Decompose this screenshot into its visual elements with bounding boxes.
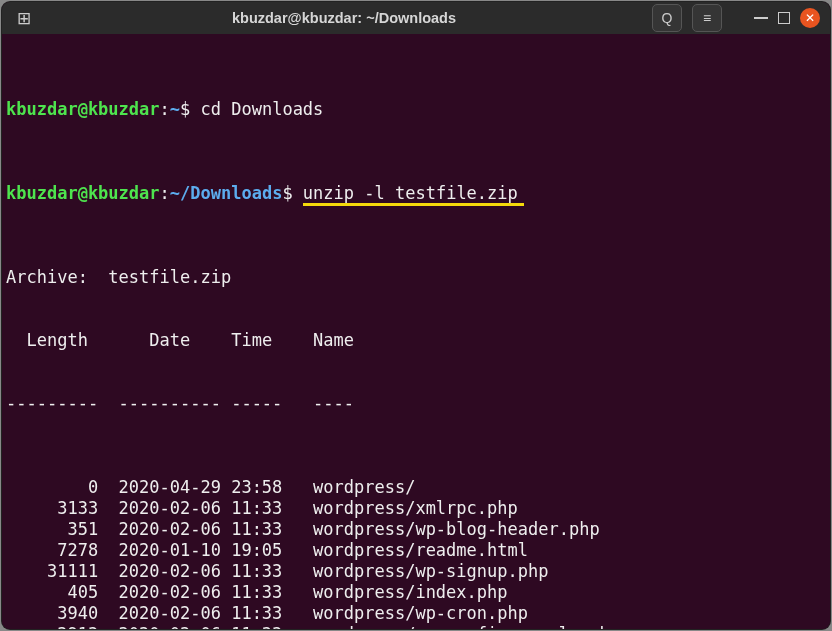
maximize-button[interactable]	[778, 12, 790, 24]
command-text: unzip -l testfile.zip	[303, 183, 518, 204]
close-button[interactable]: ✕	[800, 8, 820, 28]
list-row: 351 2020-02-06 11:33 wordpress/wp-blog-h…	[2, 519, 830, 540]
search-icon: Q	[662, 8, 673, 29]
new-tab-icon: ⊞	[17, 8, 31, 29]
prompt-path: ~/Downloads	[170, 183, 283, 203]
list-row: 405 2020-02-06 11:33 wordpress/index.php	[2, 582, 830, 603]
list-row: 2913 2020-02-06 11:33 wordpress/wp-confi…	[2, 624, 830, 629]
prompt-line: kbuzdar@kbuzdar:~$ cd Downloads	[2, 99, 830, 120]
search-button[interactable]: Q	[652, 4, 682, 32]
minimize-icon	[754, 17, 768, 19]
list-row: 3940 2020-02-06 11:33 wordpress/wp-cron.…	[2, 603, 830, 624]
titlebar-buttons: Q ≡ ✕	[652, 4, 820, 32]
list-row: 0 2020-04-29 23:58 wordpress/	[2, 477, 830, 498]
command-text: cd Downloads	[201, 99, 324, 119]
prompt-user-host: kbuzdar@kbuzdar	[6, 183, 160, 203]
titlebar: ⊞ kbuzdar@kbuzdar: ~/Downloads Q ≡ ✕	[2, 2, 830, 34]
menu-button[interactable]: ≡	[692, 4, 722, 32]
list-row: 31111 2020-02-06 11:33 wordpress/wp-sign…	[2, 561, 830, 582]
list-row: 7278 2020-01-10 19:05 wordpress/readme.h…	[2, 540, 830, 561]
terminal-body[interactable]: kbuzdar@kbuzdar:~$ cd Downloads kbuzdar@…	[2, 34, 830, 629]
window-title: kbuzdar@kbuzdar: ~/Downloads	[36, 8, 652, 29]
list-row: 3133 2020-02-06 11:33 wordpress/xmlrpc.p…	[2, 498, 830, 519]
prompt-path: ~	[170, 99, 180, 119]
list-separator: --------- ---------- ----- ----	[2, 393, 830, 414]
prompt-line: kbuzdar@kbuzdar:~/Downloads$ unzip -l te…	[2, 183, 830, 204]
maximize-icon	[778, 12, 790, 24]
prompt-user-host: kbuzdar@kbuzdar	[6, 99, 160, 119]
list-header: Length Date Time Name	[2, 330, 830, 351]
close-icon: ✕	[805, 8, 815, 29]
hamburger-icon: ≡	[703, 8, 711, 29]
minimize-button[interactable]	[754, 17, 768, 19]
terminal-window: ⊞ kbuzdar@kbuzdar: ~/Downloads Q ≡ ✕ kbu…	[2, 2, 830, 629]
new-tab-button[interactable]: ⊞	[12, 8, 36, 29]
archive-line: Archive: testfile.zip	[2, 267, 830, 288]
